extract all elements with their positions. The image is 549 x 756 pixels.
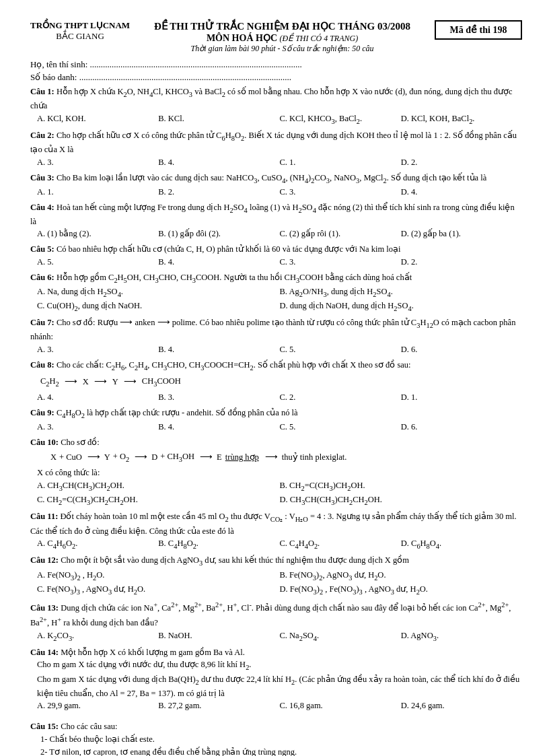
q15-intro: Cho các câu sau: xyxy=(59,722,117,731)
q1-b: B. KCl. xyxy=(158,112,279,127)
q11-a: A. C4H6O2. xyxy=(37,537,158,551)
subtitle: Thời gian làm bài 90 phút - Số câu trắc … xyxy=(137,44,428,54)
q9-label: Câu 9: xyxy=(30,408,54,417)
q11-text: Đốt cháy hoàn toàn 10 ml một este cần 45… xyxy=(30,512,517,535)
q2-c: C. 1. xyxy=(280,156,401,169)
q13-a: A. K2CO3. xyxy=(37,629,158,644)
question-12: Câu 12: Cho một ít bột sắt vào dung dịch… xyxy=(30,554,522,596)
q2-b: B. 4. xyxy=(158,156,279,169)
questions-section: Câu 1: Hỗn hợp X chứa K2O, NH4Cl, KHCO3 … xyxy=(30,85,522,756)
q8-ch3cooh: CH3COOH xyxy=(142,375,181,389)
ho-ten-field: Họ, tên thí sinh: ......................… xyxy=(30,59,522,70)
section-break-1 xyxy=(30,715,522,720)
q3-a: A. 1. xyxy=(37,186,158,199)
q10-e: E xyxy=(217,451,222,464)
ma-de-box: Mã đề thi 198 xyxy=(435,20,522,40)
question-7: Câu 7: Cho sơ đồ: Rượu ⟶ anken ⟶ polime.… xyxy=(30,316,522,356)
q10-x: X xyxy=(50,451,57,464)
q10-x-info: X có công thức là: xyxy=(37,467,522,479)
q15-s1: 1- Chất béo thuộc loại chất este. xyxy=(40,733,522,746)
question-2: Câu 2: Cho hợp chất hữu cơ X có công thứ… xyxy=(30,129,522,169)
q1-a: A. KCl, KOH. xyxy=(37,112,158,127)
q13-label: Câu 13: xyxy=(30,603,59,613)
q7-b: B. 4. xyxy=(158,343,279,356)
q15-label: Câu 15: xyxy=(30,722,59,731)
q10-plus-ch3oh: + CH3OH xyxy=(160,450,194,465)
q10-a: A. CH3CH(CH3)CH2OH. xyxy=(37,479,280,493)
q14-condition1: Cho m gam X tác dụng với nước dư, thu đư… xyxy=(37,658,522,673)
q1-d: D. KCl, KOH, BaCl2. xyxy=(401,112,522,127)
q5-d: D. 2. xyxy=(401,256,522,269)
q12-c: C. Fe(NO3)3 , AgNO3 dư, H2O. xyxy=(37,583,280,597)
q1-c: C. KCl, KHCO3, BaCl2. xyxy=(280,112,401,127)
q11-c: C. C4H4O2. xyxy=(280,537,401,551)
question-13: Câu 13: Dung dịch chứa các ion Na+, Ca2+… xyxy=(30,600,522,644)
q10-plus-cuo: + CuO xyxy=(59,451,82,464)
q7-text: Cho sơ đồ: Rượu ⟶ anken ⟶ polime. Có bao… xyxy=(30,318,515,341)
q8-c2h2: C2H2 xyxy=(40,375,59,389)
q4-d: D. (2) gấp ba (1). xyxy=(401,228,522,240)
q13-answers: A. K2CO3. B. NaOH. C. Na2SO4. D. AgNO3. xyxy=(37,629,522,644)
question-5: Câu 5: Có bao nhiêu hợp chất hữu cơ (chứ… xyxy=(30,243,522,269)
q10-label: Câu 10: xyxy=(30,438,59,447)
q8-c: C. 2. xyxy=(280,391,401,404)
subject-text: MÔN HOÁ HỌC xyxy=(207,33,277,43)
q8-answers: A. 4. B. 3. C. 2. D. 1. xyxy=(37,391,522,404)
question-8: Câu 8: Cho các chất: C2H6, C2H4, CH3CHO,… xyxy=(30,359,522,404)
q14-d: D. 24,6 gam. xyxy=(401,699,522,712)
q10-y: Y xyxy=(104,451,110,464)
q11-answers: A. C4H6O2. B. C4H8O2. C. C4H4O2. D. C6H8… xyxy=(37,537,522,551)
q10-diagram: X + CuO ⟶ Y + O2 ⟶ D + CH3OH ⟶ E trùng h… xyxy=(50,450,522,465)
q14-a: A. 29,9 gam. xyxy=(37,699,158,712)
question-11: Câu 11: Đốt cháy hoàn toàn 10 ml một est… xyxy=(30,510,522,551)
q3-b: B. 2. xyxy=(158,186,279,199)
q6-text: Hỗn hợp gồm C2H5OH, CH3CHO, CH3COOH. Ngư… xyxy=(57,273,412,282)
q13-d: D. AgNO3. xyxy=(401,629,522,644)
q6-b: B. Ag2O/NH3, dung dịch H2SO4. xyxy=(280,285,523,300)
q9-c: C. 5. xyxy=(280,421,401,434)
q10-d: D xyxy=(151,451,157,464)
header: TRỒNG THPT LỤCNAM BẮC GIANG ĐỀ THI THỬ T… xyxy=(30,20,522,54)
question-15: Câu 15: Cho các câu sau: 1- Chất béo thu… xyxy=(30,720,522,756)
q4-answers: A. (1) bằng (2). B. (1) gấp đôi (2). C. … xyxy=(37,228,522,240)
header-left: TRỒNG THPT LỤCNAM BẮC GIANG xyxy=(30,20,130,42)
q2-label: Câu 2: xyxy=(30,131,54,140)
question-9: Câu 9: C4H8O2 là hợp chất tạp chức rượu … xyxy=(30,407,522,434)
q10-product: thuỷ tinh plexiglat. xyxy=(282,451,347,464)
q1-text: Hỗn hợp X chứa K2O, NH4Cl, KHCO3 và BaCl… xyxy=(30,87,513,110)
q1-label: Câu 1: xyxy=(30,87,54,96)
q8-label: Câu 8: xyxy=(30,360,54,370)
q2-d: D. 2. xyxy=(401,156,522,169)
q2-a: A. 3. xyxy=(37,156,158,169)
q6-d: D. dung dịch NaOH, dung dịch H2SO4. xyxy=(280,300,523,314)
student-info: Họ, tên thí sinh: ......................… xyxy=(30,59,522,83)
q4-a: A. (1) bằng (2). xyxy=(37,228,158,240)
q3-c: C. 3. xyxy=(280,186,401,199)
q7-a: A. 3. xyxy=(37,343,158,356)
q14-label: Câu 14: xyxy=(30,648,59,657)
q4-c: C. (2) gấp rôi (1). xyxy=(280,228,401,240)
q5-answers: A. 5. B. 4. C. 3. D. 2. xyxy=(37,256,522,269)
q12-d: D. Fe(NO3)2 , Fe(NO3)3 , AgNO3 dư, H2O. xyxy=(280,583,523,597)
question-1: Câu 1: Hỗn hợp X chứa K2O, NH4Cl, KHCO3 … xyxy=(30,85,522,127)
q8-diagram: C2H2 ⟶ X ⟶ Y ⟶ CH3COOH xyxy=(40,375,522,389)
q9-a: A. 3. xyxy=(37,421,158,434)
q8-x: X xyxy=(83,376,89,388)
page-container: TRỒNG THPT LỤCNAM BẮC GIANG ĐỀ THI THỬ T… xyxy=(30,20,522,756)
q6-label: Câu 6: xyxy=(30,273,54,282)
q7-c: C. 5. xyxy=(280,343,401,356)
q9-b: B. 4. xyxy=(158,421,279,434)
q12-answers: A. Fe(NO3)2 , H2O. B. Fe(NO3)2, AgNO3 dư… xyxy=(37,569,522,597)
question-3: Câu 3: Cho Ba kim loại lần lượt vào các … xyxy=(30,172,522,199)
header-center: ĐỀ THI THỬ TRẮC NGHIỆM ĐẠI HỌC THÁNG 03/… xyxy=(137,20,428,54)
exam-title: ĐỀ THI THỬ TRẮC NGHIỆM ĐẠI HỌC THÁNG 03/… xyxy=(137,20,428,32)
q12-a: A. Fe(NO3)2 , H2O. xyxy=(37,569,280,583)
q5-label: Câu 5: xyxy=(30,244,54,254)
q3-text: Cho Ba kim loại lần lượt vào các dung dị… xyxy=(57,173,486,182)
q10-c: C. CH2=C(CH3)CH2CH2OH. xyxy=(37,493,280,508)
q5-text: Có bao nhiêu hợp chất hữu cơ (chứa C, H,… xyxy=(57,244,401,254)
subject-line: MÔN HOÁ HỌC (Đề thi có 4 trang) xyxy=(137,32,428,44)
q10-text: Cho sơ đồ: xyxy=(59,438,100,447)
q4-text: Hoà tan hết cùng một lượng Fe trong dung… xyxy=(30,203,515,226)
q13-text: Dung dịch chứa các ion Na+, Ca2+, Mg2+, … xyxy=(30,603,511,627)
